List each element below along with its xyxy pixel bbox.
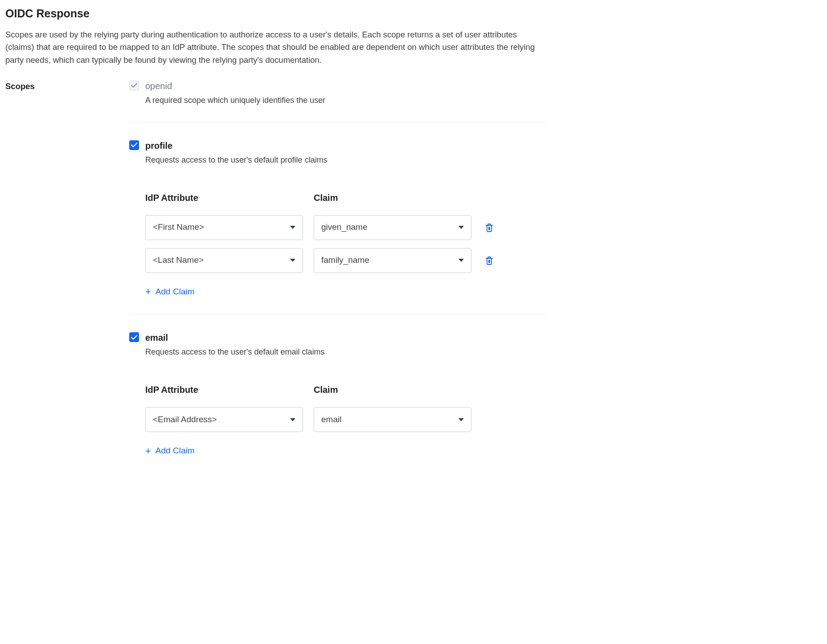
idp-attribute-select[interactable]: <Last Name> bbox=[145, 248, 303, 273]
idp-attribute-header: IdP Attribute bbox=[145, 383, 303, 396]
scope-email-desc: Requests access to the user's default em… bbox=[145, 346, 325, 358]
claim-select[interactable]: given_name bbox=[314, 215, 471, 240]
chevron-down-icon bbox=[290, 226, 295, 229]
claim-select[interactable]: email bbox=[314, 407, 471, 432]
claim-row: <Last Name> family_name bbox=[145, 248, 545, 273]
chevron-down-icon bbox=[290, 259, 295, 262]
select-value: family_name bbox=[321, 254, 369, 267]
scope-email: email Requests access to the user's defa… bbox=[129, 331, 545, 474]
claim-header: Claim bbox=[314, 383, 471, 396]
scope-openid-title: openid bbox=[145, 79, 325, 93]
add-claim-button[interactable]: + Add Claim bbox=[145, 444, 195, 457]
select-value: given_name bbox=[321, 221, 368, 234]
check-icon bbox=[131, 83, 137, 88]
scopes-label: Scopes bbox=[5, 79, 129, 93]
plus-icon: + bbox=[145, 446, 151, 456]
chevron-down-icon bbox=[459, 226, 464, 229]
trash-icon bbox=[485, 223, 493, 232]
chevron-down-icon bbox=[290, 418, 295, 421]
claim-header: Claim bbox=[314, 191, 471, 204]
delete-claim-button[interactable] bbox=[484, 255, 495, 266]
idp-attribute-header: IdP Attribute bbox=[145, 191, 303, 204]
claim-row: <First Name> given_name bbox=[145, 215, 545, 240]
select-value: email bbox=[321, 413, 341, 426]
select-value: <First Name> bbox=[153, 221, 204, 234]
idp-attribute-select[interactable]: <First Name> bbox=[145, 215, 303, 240]
page-title: OIDC Response bbox=[5, 5, 545, 22]
scope-email-checkbox[interactable] bbox=[129, 332, 139, 342]
claim-row: <Email Address> email bbox=[145, 407, 545, 432]
chevron-down-icon bbox=[459, 259, 464, 262]
select-value: <Last Name> bbox=[153, 254, 204, 267]
check-icon bbox=[131, 143, 137, 147]
scope-profile: profile Requests access to the user's de… bbox=[129, 139, 545, 315]
scope-openid-checkbox bbox=[129, 81, 139, 90]
add-claim-button[interactable]: + Add Claim bbox=[145, 285, 195, 298]
chevron-down-icon bbox=[459, 418, 464, 421]
scope-openid-desc: A required scope which uniquely identifi… bbox=[145, 94, 325, 106]
intro-text: Scopes are used by the relying party dur… bbox=[5, 29, 545, 67]
scope-profile-checkbox[interactable] bbox=[129, 140, 139, 150]
scope-profile-title: profile bbox=[145, 139, 328, 152]
scope-openid: openid A required scope which uniquely i… bbox=[129, 79, 545, 123]
delete-claim-button[interactable] bbox=[484, 222, 495, 233]
idp-attribute-select[interactable]: <Email Address> bbox=[145, 407, 303, 432]
select-value: <Email Address> bbox=[153, 413, 217, 426]
trash-icon bbox=[485, 256, 493, 265]
scope-email-title: email bbox=[145, 331, 325, 344]
add-claim-label: Add Claim bbox=[156, 444, 195, 457]
claim-select[interactable]: family_name bbox=[314, 248, 471, 273]
scope-profile-desc: Requests access to the user's default pr… bbox=[145, 154, 328, 166]
add-claim-label: Add Claim bbox=[156, 285, 195, 298]
plus-icon: + bbox=[145, 287, 151, 297]
check-icon bbox=[131, 335, 137, 340]
